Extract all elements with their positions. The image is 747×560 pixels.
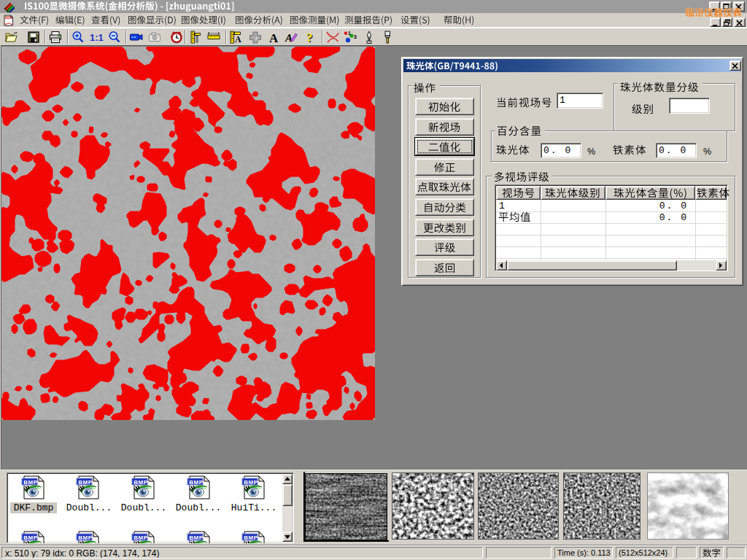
svg-text:BMP: BMP <box>23 534 37 541</box>
svg-text:BMP: BMP <box>133 534 147 541</box>
svg-text:?: ? <box>306 31 313 44</box>
svg-text:BMP: BMP <box>244 479 258 486</box>
svg-text:A: A <box>269 31 279 45</box>
svg-text:BMP: BMP <box>189 479 203 486</box>
svg-text:BMP: BMP <box>133 479 147 486</box>
svg-text:BMP: BMP <box>244 534 258 541</box>
svg-text:A: A <box>235 34 241 44</box>
svg-text:1:1: 1:1 <box>90 32 104 43</box>
svg-text:BMP: BMP <box>78 479 92 486</box>
svg-text:1: 1 <box>348 31 351 36</box>
svg-text:A: A <box>285 32 293 44</box>
svg-text:BMP: BMP <box>78 534 92 541</box>
svg-text:BMP: BMP <box>23 479 37 486</box>
svg-text:3: 3 <box>354 34 357 39</box>
svg-text:BMP: BMP <box>189 534 203 541</box>
svg-text:DOC: DOC <box>5 16 13 20</box>
